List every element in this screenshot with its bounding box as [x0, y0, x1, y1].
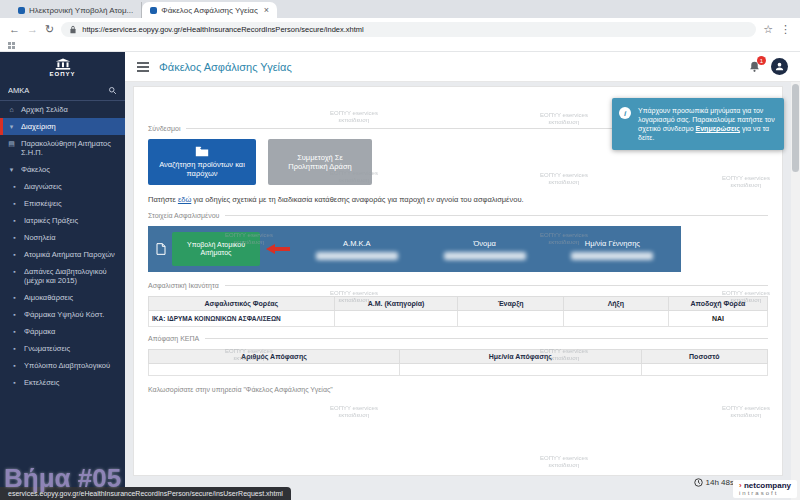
column-header: Ασφαλιστικός Φορέας	[149, 297, 335, 311]
apps-grid-icon[interactable]	[8, 42, 15, 49]
session-timer: 14h 48s	[694, 478, 734, 487]
button-label: Συμμετοχή Σε Προληπτική Δράση	[278, 153, 362, 171]
browser-menu-icon[interactable]: ⋮	[780, 24, 791, 35]
sidebar-item-label: Φάρμακα	[24, 327, 55, 336]
url-field[interactable]: https://eservices.eopyy.gov.gr/eHealthIn…	[61, 22, 756, 37]
back-icon[interactable]: ←	[9, 24, 20, 35]
sidebar-item-diagnoses[interactable]: ▪ Διαγνώσεις	[0, 178, 125, 195]
hamburger-menu-icon[interactable]	[137, 62, 149, 72]
sidebar-item-individual-requests[interactable]: ▪ Ατομικά Αιτήματα Παροχών	[0, 246, 125, 263]
kepa-section-divider: Απόφαση ΚΕΠΑ	[148, 335, 768, 342]
carrier-cell: ΙΚΑ: ΙΔΡΥΜΑ ΚΟΙΝΩΝΙΚΩΝ ΑΣΦΑΛΙΣΕΩΝ	[149, 311, 335, 327]
messages-toast[interactable]: i Υπάρχουν προσωπικά μηνύματα για τον λο…	[612, 98, 784, 150]
instructions-text: Πατήστε εδώ για οδηγίες σχετικά με τη δι…	[148, 195, 768, 204]
notification-badge: 1	[757, 56, 766, 65]
end-date-cell	[563, 311, 668, 327]
sidebar-item-label: Διαχείριση	[21, 122, 56, 131]
sidebar-item-home[interactable]: ⌂ Αρχική Σελίδα	[0, 101, 125, 118]
pill-icon: ▪	[10, 327, 19, 336]
sidebar-item-management[interactable]: ▾ Διαχείριση	[0, 118, 125, 135]
field-label: Ημ/νία Γέννησης	[585, 239, 640, 248]
amka-search-input[interactable]	[8, 86, 104, 95]
column-header: Έναρξη	[458, 297, 563, 311]
notifications-button[interactable]: 1	[748, 60, 761, 73]
welcome-text: Καλωσορίσατε στην υπηρεσία "Φάκελος Ασφά…	[148, 386, 768, 393]
sidebar-item-executions[interactable]: ▪ Εκτελέσεις	[0, 374, 125, 391]
watermark-stamp: ΕΟΠΥΥ eservices εκπαίδευση	[540, 172, 588, 186]
lock-icon	[69, 25, 77, 34]
clock-icon	[694, 478, 703, 487]
main-content: Σύνδεσμοι Αναζήτηση προϊόντων και παρόχω…	[125, 82, 800, 500]
close-tab-icon[interactable]: ×	[262, 5, 269, 15]
sidebar-item-folder[interactable]: ▾ Φάκελος	[0, 161, 125, 178]
watermark-stamp: ΕΟΠΥΥ eservices εκπαίδευση	[540, 348, 588, 362]
sidebar-item-diabetes-balance[interactable]: ▪ Υπόλοιπο Διαβητολογικού	[0, 357, 125, 374]
tab-favicon	[150, 7, 157, 14]
watermark-stamp: ΕΟΠΥΥ eservices εκπαίδευση	[330, 405, 378, 419]
browser-tab-strip: Ηλεκτρονική Υποβολή Ατομ... Φάκελος Ασφά…	[0, 0, 800, 18]
table-row-empty	[149, 364, 768, 376]
document-icon: ▪	[10, 378, 19, 387]
column-header: Λήξη	[563, 297, 668, 311]
search-icon[interactable]	[108, 86, 117, 95]
watermark-stamp: ΕΟΠΥΥ eservices εκπαίδευση	[330, 170, 378, 184]
sidebar-item-drugs[interactable]: ▪ Φάρμακα	[0, 323, 125, 340]
sidebar-item-certificates[interactable]: ▪ Γνωματεύσεις	[0, 340, 125, 357]
watermark-stamp: ΕΟΠΥΥ eservices εκπαίδευση	[330, 290, 378, 304]
tab-title: Φάκελος Ασφάλισης Υγείας	[161, 6, 258, 15]
brand-chevron-icon: ›	[739, 481, 742, 490]
field-label: Α.Μ.Κ.Α	[343, 239, 371, 248]
sidebar-item-label: Αρχική Σελίδα	[21, 105, 68, 114]
reload-icon[interactable]: ↻	[45, 24, 54, 35]
instructions-post: για οδηγίες σχετικά με τη διαδικασία κατ…	[191, 195, 523, 204]
brand-subname: intrasoft	[739, 490, 791, 496]
document-icon: ▪	[10, 216, 19, 225]
home-icon: ⌂	[7, 105, 16, 114]
sidebar-item-hemodialysis[interactable]: ▪ Αιμοκαθάρσεις	[0, 289, 125, 306]
vertical-scrollbar[interactable]	[791, 82, 800, 500]
section-label: Σύνδεσμοι	[148, 125, 180, 132]
info-icon: i	[619, 107, 631, 119]
table-row[interactable]: ΙΚΑ: ΙΔΡΥΜΑ ΚΟΙΝΩΝΙΚΩΝ ΑΣΦΑΛΙΣΕΩΝ ΝΑΙ	[149, 311, 768, 327]
acceptance-cell: ΝΑΙ	[668, 311, 767, 327]
updates-link[interactable]: Ενημερώσεις	[696, 125, 740, 132]
field-label: Όνομα	[473, 239, 495, 248]
brand-name: netcompany	[744, 481, 791, 490]
sidebar-item-diabetes-expenses[interactable]: ▪ Δαπάνες Διαβητολογικού (μέχρι και 2015…	[0, 263, 125, 289]
column-header: Ποσοστό	[641, 350, 767, 364]
sidebar: ⌂ Αρχική Σελίδα ▾ Διαχείριση ▤ Παρακολού…	[0, 82, 125, 500]
app-header: Φάκελος Ασφάλισης Υγείας 1	[125, 52, 800, 82]
section-label: Ασφαλιστική Ικανότητα	[148, 282, 219, 289]
timer-value: 14h 48s	[706, 478, 734, 487]
watermark-stamp: ΕΟΠΥΥ eservices εκπαίδευση	[722, 290, 770, 304]
insurance-capacity-table: Ασφαλιστικός Φορέας Α.Μ. (Κατηγορία) Ένα…	[148, 296, 768, 327]
watermark-stamp: ΕΟΠΥΥ eservices εκπαίδευση	[722, 175, 770, 189]
sidebar-item-hospitalization[interactable]: ▪ Νοσηλεία	[0, 229, 125, 246]
sidebar-item-visits[interactable]: ▪ Επισκέψεις	[0, 195, 125, 212]
browser-tab-1[interactable]: Ηλεκτρονική Υποβολή Ατομ...	[10, 2, 142, 18]
document-icon: ▪	[10, 361, 19, 370]
search-products-button[interactable]: Αναζήτηση προϊόντων και παρόχων	[148, 139, 256, 185]
registry-number-cell	[334, 311, 458, 327]
sidebar-item-request-tracking[interactable]: ▤ Παρακολούθηση Αιτήματος Σ.Η.Π.	[0, 135, 125, 161]
sidebar-item-medical-acts[interactable]: ▪ Ιατρικές Πράξεις	[0, 212, 125, 229]
sidebar-item-label: Νοσηλεία	[24, 233, 55, 242]
sidebar-item-high-cost-drugs[interactable]: ▪ Φάρμακα Υψηλού Κόστ.	[0, 306, 125, 323]
watermark-stamp: ΕΟΠΥΥ eservices εκπαίδευση	[540, 232, 588, 246]
amka-field: Α.Μ.Κ.Α	[296, 239, 418, 260]
folder-search-icon	[195, 146, 209, 157]
here-link[interactable]: εδώ	[178, 195, 191, 204]
document-icon: ▪	[10, 182, 19, 191]
capacity-section-divider: Ασφαλιστική Ικανότητα	[148, 282, 768, 289]
name-field: Όνομα	[424, 239, 546, 260]
chevron-down-icon: ▾	[7, 122, 16, 131]
scrollbar-thumb[interactable]	[792, 84, 799, 172]
watermark-stamp: ΕΟΠΥΥ eservices εκπαίδευση	[540, 455, 588, 469]
browser-tab-2-active[interactable]: Φάκελος Ασφάλισης Υγείας ×	[142, 2, 277, 18]
building-icon	[55, 58, 71, 70]
user-avatar[interactable]	[771, 58, 788, 75]
bookmark-star-icon[interactable]: ☆	[763, 24, 773, 35]
forward-icon[interactable]: →	[27, 24, 38, 35]
instructions-pre: Πατήστε	[148, 195, 178, 204]
eopyy-logo[interactable]: ΕΟΠΥΥ	[0, 52, 125, 82]
